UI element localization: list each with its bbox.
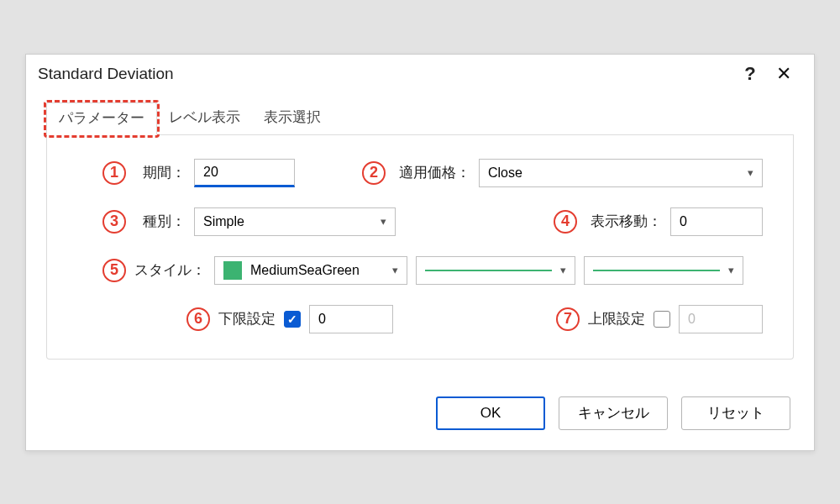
lower-limit-label: 下限設定 xyxy=(218,309,276,328)
style-line-width-select[interactable]: ▾ xyxy=(584,256,743,285)
button-label: リセット xyxy=(707,403,764,423)
content-area: パラメーター レベル表示 表示選択 1 期間： 2 適用価格： Close xyxy=(26,102,814,380)
annotation-badge-7: 7 xyxy=(556,307,580,331)
period-input[interactable] xyxy=(194,159,295,187)
line-preview xyxy=(593,270,720,271)
button-label: キャンセル xyxy=(578,403,649,423)
chevron-down-icon: ▾ xyxy=(728,264,734,276)
chevron-down-icon: ▾ xyxy=(392,264,398,276)
panel-parameters: 1 期間： 2 適用価格： Close ▾ 3 種別： Simple ▾ xyxy=(46,135,794,360)
reset-button[interactable]: リセット xyxy=(681,396,790,430)
tab-strip: パラメーター レベル表示 表示選択 xyxy=(46,102,794,135)
annotation-badge-4: 4 xyxy=(554,210,577,234)
row-method-shift: 3 種別： Simple ▾ 4 表示移動： xyxy=(77,207,763,236)
style-line-type-select[interactable]: ▾ xyxy=(416,256,575,285)
method-label: 種別： xyxy=(143,212,186,231)
chevron-down-icon: ▾ xyxy=(748,166,753,179)
close-button[interactable]: ✕ xyxy=(767,63,801,85)
chevron-down-icon: ▾ xyxy=(560,264,566,276)
period-label: 期間： xyxy=(143,163,186,182)
row-period-apply: 1 期間： 2 適用価格： Close ▾ xyxy=(77,159,763,187)
upper-limit-label: 上限設定 xyxy=(588,309,645,328)
annotation-badge-5: 5 xyxy=(102,259,126,282)
tab-levels[interactable]: レベル表示 xyxy=(157,102,252,135)
dialog: Standard Deviation ? ✕ パラメーター レベル表示 表示選択… xyxy=(25,54,815,451)
tab-label: パラメーター xyxy=(59,110,144,126)
row-limits: 6 下限設定 ✓ 7 上限設定 xyxy=(77,305,763,333)
ok-button[interactable]: OK xyxy=(436,396,545,430)
method-value: Simple xyxy=(203,214,244,229)
annotation-badge-6: 6 xyxy=(186,307,210,331)
shift-input[interactable] xyxy=(670,207,763,236)
style-color-select[interactable]: MediumSeaGreen ▾ xyxy=(214,256,407,285)
titlebar: Standard Deviation ? ✕ xyxy=(26,55,814,90)
lower-limit-input[interactable] xyxy=(309,305,393,333)
chevron-down-icon: ▾ xyxy=(381,215,386,228)
dialog-footer: OK キャンセル リセット xyxy=(26,380,814,450)
tab-label: 表示選択 xyxy=(264,109,321,125)
style-color-name: MediumSeaGreen xyxy=(250,263,360,278)
shift-label: 表示移動： xyxy=(591,212,662,231)
button-label: OK xyxy=(480,405,501,422)
cancel-button[interactable]: キャンセル xyxy=(559,396,668,430)
annotation-badge-3: 3 xyxy=(102,210,126,234)
apply-price-select[interactable]: Close ▾ xyxy=(479,159,763,187)
tab-label: レベル表示 xyxy=(169,109,240,125)
apply-price-label: 適用価格： xyxy=(399,163,470,182)
upper-limit-checkbox[interactable] xyxy=(654,311,670,328)
style-label: スタイル： xyxy=(134,260,206,280)
annotation-badge-2: 2 xyxy=(362,161,386,185)
method-select[interactable]: Simple ▾ xyxy=(194,207,396,236)
upper-limit-input[interactable] xyxy=(679,305,763,333)
lower-limit-checkbox[interactable]: ✓ xyxy=(284,311,301,328)
line-preview xyxy=(425,270,552,271)
help-button[interactable]: ? xyxy=(733,63,767,85)
row-style: 5 スタイル： MediumSeaGreen ▾ ▾ ▾ xyxy=(77,256,763,285)
tab-display-select[interactable]: 表示選択 xyxy=(252,102,333,135)
color-swatch xyxy=(223,261,242,280)
dialog-title: Standard Deviation xyxy=(38,65,733,83)
tab-parameters[interactable]: パラメーター xyxy=(46,102,157,135)
annotation-badge-1: 1 xyxy=(102,161,126,185)
apply-price-value: Close xyxy=(488,165,522,181)
